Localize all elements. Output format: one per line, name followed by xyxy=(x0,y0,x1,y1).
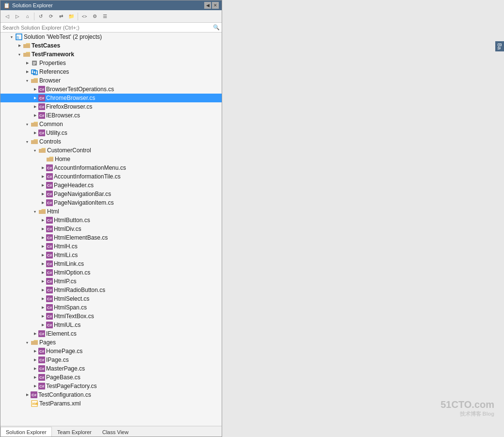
forward-button[interactable]: ▷ xyxy=(13,12,22,21)
tree-item-htmlh[interactable]: C# HtmlH.cs xyxy=(0,242,222,251)
expander-properties[interactable] xyxy=(24,60,31,66)
expander-controls[interactable] xyxy=(24,138,31,145)
tree-item-chromebrowser[interactable]: C# ChromeBrowser.cs xyxy=(0,94,222,102)
expander-utility[interactable] xyxy=(32,129,38,136)
tree-item-pageheader[interactable]: C# PageHeader.cs xyxy=(0,181,222,190)
tree-item-pagebase[interactable]: C# PageBase.cs xyxy=(0,373,222,382)
expander-testcases[interactable] xyxy=(16,42,23,49)
expander-htmldiv[interactable] xyxy=(39,226,46,232)
expander-htmllink[interactable] xyxy=(39,260,46,267)
tree-item-htmlp[interactable]: C# HtmlP.cs xyxy=(0,277,222,286)
tree-item-homepage[interactable]: C# HomePage.cs xyxy=(0,347,222,356)
tab-team-explorer[interactable]: Team Explorer xyxy=(52,427,97,437)
tree-item-htmlli[interactable]: C# HtmlLi.cs xyxy=(0,251,222,259)
expander-pagenavitem[interactable] xyxy=(39,199,46,206)
expander-homepage[interactable] xyxy=(32,348,38,355)
tree-item-htmlelementbase[interactable]: C# HtmlElementBase.cs xyxy=(0,233,222,242)
expander-pages[interactable] xyxy=(24,339,31,346)
close-button[interactable]: ✕ xyxy=(212,2,219,9)
expander-pagenavbar[interactable] xyxy=(39,191,46,197)
tree-item-home[interactable]: Home xyxy=(0,155,222,163)
expander-htmlelementbase[interactable] xyxy=(39,234,46,241)
auto-hide-button[interactable]: ◀ xyxy=(204,2,211,9)
search-icon[interactable]: 🔍 xyxy=(213,24,220,31)
expander-testframework[interactable] xyxy=(16,51,23,58)
expander-common[interactable] xyxy=(24,121,31,128)
expander-testpagefactory[interactable] xyxy=(32,383,38,389)
back-button[interactable]: ◁ xyxy=(2,12,12,21)
tree-container[interactable]: S Solution 'WebTest' (2 projects) TestCa… xyxy=(0,32,222,426)
tree-item-customercontrol[interactable]: CustomerControl xyxy=(0,146,222,155)
expander-htmlul[interactable] xyxy=(39,322,46,328)
right-tab-indicator[interactable]: Ba xyxy=(495,41,504,51)
expander-accountinfotile[interactable] xyxy=(39,173,46,180)
expander-masterpage[interactable] xyxy=(32,365,38,372)
expander-ipage[interactable] xyxy=(32,356,38,363)
tree-item-htmlselect[interactable]: C# HtmlSelect.cs xyxy=(0,294,222,303)
expander-pagebase[interactable] xyxy=(32,374,38,381)
tree-item-testparams[interactable]: XML TestParams.xml xyxy=(0,399,222,408)
sync-button[interactable]: ⟳ xyxy=(46,12,56,21)
expander-htmlli[interactable] xyxy=(39,252,46,259)
refresh-button[interactable]: ↺ xyxy=(36,12,46,21)
expander-htmlselect[interactable] xyxy=(39,295,46,302)
tree-item-htmlbutton[interactable]: C# HtmlButton.cs xyxy=(0,216,222,225)
expander-htmlp[interactable] xyxy=(39,278,46,285)
tree-item-browsertestops[interactable]: C# BrowserTestOperations.cs xyxy=(0,85,222,94)
expander-browsertestops[interactable] xyxy=(32,86,38,93)
expander-references[interactable] xyxy=(24,68,31,75)
home-button[interactable]: ⌂ xyxy=(23,12,33,21)
expander-htmlspan[interactable] xyxy=(39,304,46,311)
expander-htmloption[interactable] xyxy=(39,269,46,276)
tree-item-controls[interactable]: Controls xyxy=(0,137,222,146)
tree-item-references[interactable]: References xyxy=(0,67,222,76)
search-input[interactable] xyxy=(2,25,213,31)
tree-item-htmllink[interactable]: C# HtmlLink.cs xyxy=(0,259,222,268)
expander-accountinfomenu[interactable] xyxy=(39,164,46,171)
tab-solution-explorer[interactable]: Solution Explorer xyxy=(0,427,52,437)
tree-item-htmldiv[interactable]: C# HtmlDiv.cs xyxy=(0,225,222,233)
tree-item-htmlul[interactable]: C# HtmlUL.cs xyxy=(0,321,222,329)
tree-item-solution[interactable]: S Solution 'WebTest' (2 projects) xyxy=(0,32,222,41)
tree-item-accountinfomenu[interactable]: C# AccountInformationMenu.cs xyxy=(0,163,222,172)
tree-item-htmlradiobutton[interactable]: C# HtmlRadioButton.cs xyxy=(0,286,222,294)
tree-item-ielement[interactable]: C# IElement.cs xyxy=(0,329,222,338)
tree-item-pagenavbar[interactable]: C# PageNavigationBar.cs xyxy=(0,190,222,198)
switch-views-button[interactable]: ⇄ xyxy=(56,12,66,21)
expander-pageheader[interactable] xyxy=(39,182,46,189)
expander-solution[interactable] xyxy=(8,33,15,40)
expander-firefoxbrowser[interactable] xyxy=(32,103,38,110)
folder-button[interactable]: 📁 xyxy=(66,12,76,21)
tree-item-testcases[interactable]: TestCases xyxy=(0,41,222,50)
tree-item-pages[interactable]: Pages xyxy=(0,338,222,347)
tree-item-ipage[interactable]: C# IPage.cs xyxy=(0,356,222,364)
tree-item-utility[interactable]: C# Utility.cs xyxy=(0,129,222,137)
view-code-button[interactable]: <> xyxy=(80,12,89,21)
tree-item-pagenavitem[interactable]: C# PageNavigationItem.cs xyxy=(0,198,222,207)
expander-htmlbutton[interactable] xyxy=(39,217,46,224)
settings-button[interactable]: ⚙ xyxy=(90,12,99,21)
expander-testconfiguration[interactable] xyxy=(24,391,31,398)
expander-iebrowser[interactable] xyxy=(32,112,38,119)
expander-chromebrowser[interactable] xyxy=(32,95,38,101)
expander-htmlh[interactable] xyxy=(39,243,46,250)
tree-item-firefoxbrowser[interactable]: C# FirefoxBrowser.cs xyxy=(0,102,222,111)
expander-htmlradiobutton[interactable] xyxy=(39,287,46,293)
tree-item-testpagefactory[interactable]: C# TestPageFactory.cs xyxy=(0,382,222,390)
expander-ielement[interactable] xyxy=(32,330,38,337)
expander-html[interactable] xyxy=(32,208,38,215)
tree-item-iebrowser[interactable]: C# IEBrowser.cs xyxy=(0,111,222,120)
filter-button[interactable]: ☰ xyxy=(100,12,110,21)
tree-item-accountinfotile[interactable]: C# AccountInformationTile.cs xyxy=(0,172,222,181)
tree-item-htmltextbox[interactable]: C# HtmlTextBox.cs xyxy=(0,312,222,321)
tree-item-common[interactable]: Common xyxy=(0,120,222,129)
tab-class-view[interactable]: Class View xyxy=(97,427,134,437)
tree-item-htmlspan[interactable]: C# HtmlSpan.cs xyxy=(0,303,222,312)
tree-item-browser[interactable]: Browser xyxy=(0,76,222,85)
expander-htmltextbox[interactable] xyxy=(39,313,46,320)
tree-item-masterpage[interactable]: C# MasterPage.cs xyxy=(0,364,222,373)
tree-item-testframework[interactable]: TestFramework xyxy=(0,50,222,59)
tree-item-html[interactable]: Html xyxy=(0,207,222,216)
expander-customercontrol[interactable] xyxy=(32,147,38,154)
tree-item-htmloption[interactable]: C# HtmlOption.cs xyxy=(0,268,222,277)
